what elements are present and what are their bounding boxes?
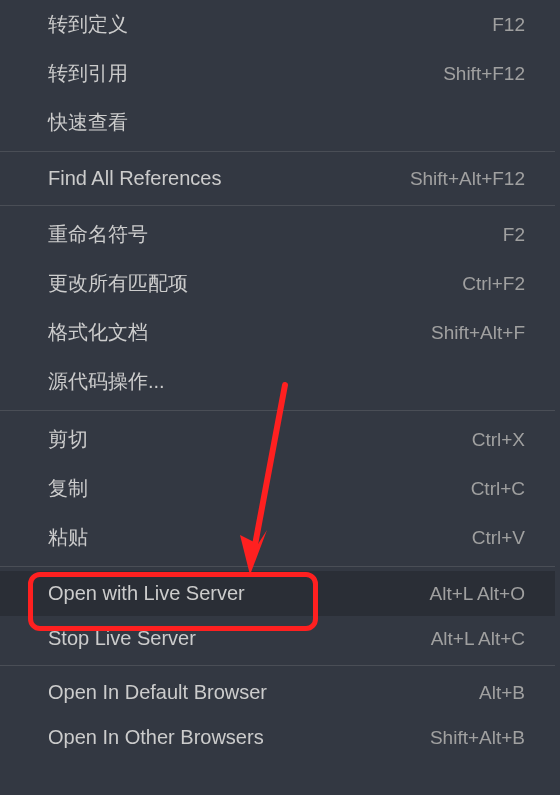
menu-item-open-with-live-server[interactable]: Open with Live Server Alt+L Alt+O	[0, 571, 555, 616]
menu-item-shortcut: Shift+Alt+F12	[410, 168, 525, 190]
menu-item-label: 粘贴	[48, 524, 88, 551]
menu-item-shortcut: Alt+L Alt+O	[430, 583, 525, 605]
menu-item-label: 快速查看	[48, 109, 128, 136]
menu-item-goto-reference[interactable]: 转到引用 Shift+F12	[0, 49, 555, 98]
menu-item-goto-definition[interactable]: 转到定义 F12	[0, 0, 555, 49]
menu-separator	[0, 410, 555, 411]
menu-item-label: 源代码操作...	[48, 368, 165, 395]
menu-item-label: 更改所有匹配项	[48, 270, 188, 297]
menu-item-open-in-default-browser[interactable]: Open In Default Browser Alt+B	[0, 670, 555, 715]
menu-item-change-all-occurrences[interactable]: 更改所有匹配项 Ctrl+F2	[0, 259, 555, 308]
menu-item-stop-live-server[interactable]: Stop Live Server Alt+L Alt+C	[0, 616, 555, 661]
menu-item-shortcut: Shift+F12	[443, 63, 525, 85]
menu-item-open-in-other-browsers[interactable]: Open In Other Browsers Shift+Alt+B	[0, 715, 555, 760]
menu-item-shortcut: F12	[492, 14, 525, 36]
menu-separator	[0, 151, 555, 152]
menu-item-label: Stop Live Server	[48, 627, 196, 650]
menu-item-shortcut: Shift+Alt+B	[430, 727, 525, 749]
menu-item-label: 剪切	[48, 426, 88, 453]
menu-item-shortcut: Alt+B	[479, 682, 525, 704]
menu-item-label: 复制	[48, 475, 88, 502]
menu-item-copy[interactable]: 复制 Ctrl+C	[0, 464, 555, 513]
menu-item-shortcut: Shift+Alt+F	[431, 322, 525, 344]
menu-separator	[0, 566, 555, 567]
menu-item-cut[interactable]: 剪切 Ctrl+X	[0, 415, 555, 464]
menu-item-shortcut: Ctrl+V	[472, 527, 525, 549]
menu-item-find-all-references[interactable]: Find All References Shift+Alt+F12	[0, 156, 555, 201]
menu-item-shortcut: Ctrl+C	[471, 478, 525, 500]
menu-separator	[0, 205, 555, 206]
menu-item-shortcut: Ctrl+F2	[462, 273, 525, 295]
menu-item-source-action[interactable]: 源代码操作...	[0, 357, 555, 406]
menu-item-peek[interactable]: 快速查看	[0, 98, 555, 147]
menu-item-paste[interactable]: 粘贴 Ctrl+V	[0, 513, 555, 562]
menu-item-rename-symbol[interactable]: 重命名符号 F2	[0, 210, 555, 259]
menu-item-shortcut: Alt+L Alt+C	[431, 628, 525, 650]
menu-item-label: 格式化文档	[48, 319, 148, 346]
menu-item-shortcut: Ctrl+X	[472, 429, 525, 451]
menu-item-label: 转到定义	[48, 11, 128, 38]
menu-item-label: 转到引用	[48, 60, 128, 87]
context-menu: 转到定义 F12 转到引用 Shift+F12 快速查看 Find All Re…	[0, 0, 555, 760]
menu-separator	[0, 665, 555, 666]
menu-item-shortcut: F2	[503, 224, 525, 246]
menu-item-label: Find All References	[48, 167, 221, 190]
menu-item-label: 重命名符号	[48, 221, 148, 248]
menu-item-label: Open In Other Browsers	[48, 726, 264, 749]
menu-item-label: Open In Default Browser	[48, 681, 267, 704]
menu-item-format-document[interactable]: 格式化文档 Shift+Alt+F	[0, 308, 555, 357]
menu-item-label: Open with Live Server	[48, 582, 245, 605]
